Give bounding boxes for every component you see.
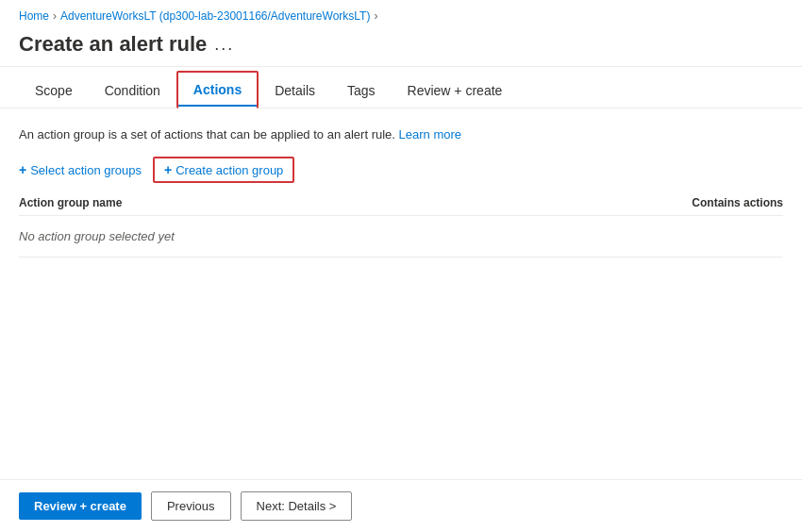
page-header: Create an alert rule ... — [0, 26, 802, 66]
tab-review-create[interactable]: Review + create — [392, 73, 519, 108]
tab-active-indicator — [178, 105, 257, 107]
table-empty-message: No action group selected yet — [19, 222, 783, 251]
col-action-group-name: Action group name — [19, 196, 122, 209]
header-divider — [0, 66, 802, 67]
tab-details[interactable]: Details — [259, 73, 331, 108]
tab-bar: Scope Condition Actions Details Tags Rev… — [0, 71, 802, 108]
info-text: An action group is a set of actions that… — [19, 127, 783, 141]
next-details-button[interactable]: Next: Details > — [241, 491, 353, 521]
more-options-icon[interactable]: ... — [214, 35, 234, 55]
breadcrumb-sep1: › — [53, 9, 57, 23]
breadcrumb-resource[interactable]: AdventureWorksLT (dp300-lab-23001166/Adv… — [60, 9, 370, 23]
table-header: Action group name Contains actions — [19, 196, 783, 216]
action-buttons-row: + Select action groups + Create action g… — [19, 157, 783, 183]
col-contains-actions: Contains actions — [692, 196, 783, 209]
create-plus-icon: + — [164, 162, 172, 177]
select-plus-icon: + — [19, 162, 26, 177]
breadcrumb-home[interactable]: Home — [19, 9, 49, 23]
page-title: Create an alert rule — [19, 32, 207, 57]
footer: Review + create Previous Next: Details > — [0, 479, 802, 532]
review-create-button[interactable]: Review + create — [19, 492, 142, 520]
main-content: An action group is a set of actions that… — [0, 108, 802, 479]
tab-actions[interactable]: Actions — [176, 71, 259, 108]
learn-more-link[interactable]: Learn more — [399, 127, 461, 141]
table-bottom-divider — [19, 257, 783, 258]
tab-condition[interactable]: Condition — [89, 73, 176, 108]
previous-button[interactable]: Previous — [151, 491, 231, 521]
create-action-group-button[interactable]: + Create action group — [153, 157, 294, 183]
select-action-groups-button[interactable]: + Select action groups — [19, 158, 149, 181]
tab-tags[interactable]: Tags — [331, 73, 392, 108]
breadcrumb-sep2: › — [374, 9, 377, 23]
tab-scope[interactable]: Scope — [19, 73, 89, 108]
breadcrumb: Home › AdventureWorksLT (dp300-lab-23001… — [0, 0, 802, 26]
